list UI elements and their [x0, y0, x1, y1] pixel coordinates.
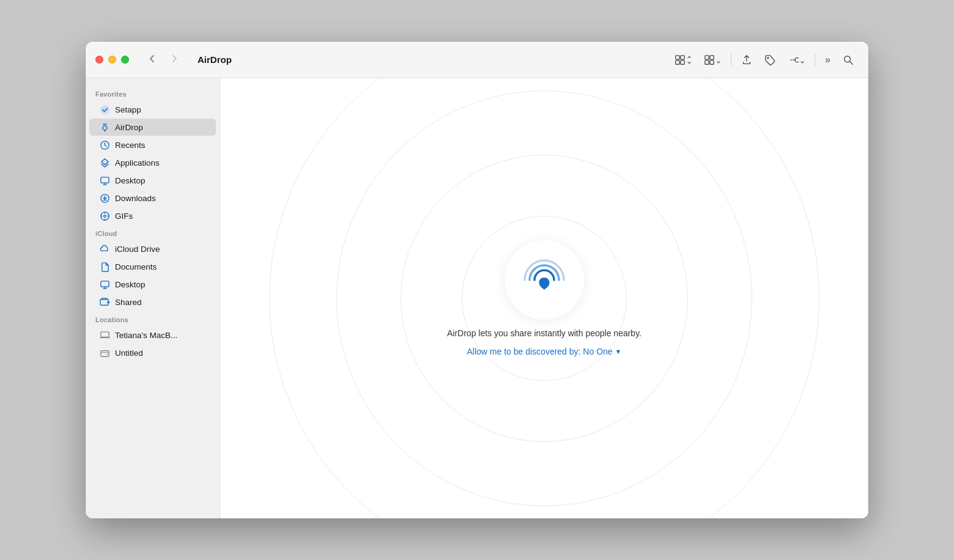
svg-rect-5	[710, 55, 714, 59]
applications-icon	[99, 157, 110, 168]
sidebar-item-gifs[interactable]: GIFs	[89, 207, 216, 224]
sidebar-item-desktop[interactable]: Desktop	[89, 172, 216, 189]
svg-point-16	[104, 130, 105, 131]
sidebar-item-desktop-icloud-label: Desktop	[115, 280, 146, 289]
toolbar-overflow-button[interactable]: »	[820, 52, 835, 68]
svg-point-15	[100, 105, 109, 114]
airdrop-center: AirDrop lets you share instantly with pe…	[447, 240, 642, 356]
sidebar-item-applications[interactable]: Applications	[89, 154, 216, 171]
sidebar-item-macbook[interactable]: Tetiana's MacB...	[89, 326, 216, 344]
traffic-lights	[95, 56, 129, 64]
sidebar: Favorites Setapp	[86, 78, 220, 518]
sidebar-item-gifs-label: GIFs	[115, 212, 133, 221]
toolbar-actions: »	[670, 51, 859, 68]
svg-point-13	[845, 56, 851, 62]
icloud-drive-icon	[99, 243, 110, 254]
sidebar-item-untitled-label: Untitled	[115, 348, 143, 358]
drive-icon	[99, 347, 110, 358]
sidebar-item-shared-label: Shared	[115, 298, 142, 307]
svg-rect-3	[681, 60, 684, 64]
airdrop-sidebar-icon	[99, 122, 110, 133]
sidebar-item-airdrop-label: AirDrop	[115, 123, 143, 132]
desktop-icloud-icon	[99, 279, 110, 290]
sidebar-item-shared[interactable]: Shared	[89, 293, 216, 311]
sidebar-item-setapp-label: Setapp	[115, 105, 141, 114]
main-content: AirDrop lets you share instantly with pe…	[220, 78, 868, 518]
svg-rect-2	[676, 60, 679, 64]
setapp-icon	[99, 104, 110, 115]
back-button[interactable]	[144, 51, 161, 68]
svg-point-9	[790, 59, 791, 60]
svg-line-14	[850, 61, 853, 64]
close-button[interactable]	[95, 56, 103, 64]
sidebar-item-documents-label: Documents	[115, 262, 157, 271]
airdrop-discover-link[interactable]: Allow me to be discovered by: No One ▼	[467, 347, 621, 356]
svg-rect-1	[681, 55, 684, 59]
desktop-icon	[99, 175, 110, 186]
sidebar-item-desktop-label: Desktop	[115, 176, 146, 185]
tag-button[interactable]	[760, 51, 780, 68]
more-button[interactable]	[783, 51, 810, 68]
maximize-button[interactable]	[121, 56, 129, 64]
minimize-button[interactable]	[108, 56, 116, 64]
gifs-icon	[99, 210, 110, 221]
documents-icon	[99, 261, 110, 272]
sidebar-item-airdrop[interactable]: AirDrop	[89, 119, 216, 136]
sidebar-item-macbook-label: Tetiana's MacB...	[115, 331, 177, 340]
svg-rect-0	[676, 55, 679, 59]
locations-section-label: Locations	[86, 311, 220, 326]
svg-rect-7	[710, 60, 714, 64]
airdrop-icon-wrapper	[505, 240, 584, 320]
sidebar-item-recents-label: Recents	[115, 141, 146, 150]
airdrop-description: AirDrop lets you share instantly with pe…	[447, 328, 642, 338]
window-title: AirDrop	[198, 54, 232, 65]
sidebar-item-recents[interactable]: Recents	[89, 136, 216, 153]
sidebar-item-setapp[interactable]: Setapp	[89, 101, 216, 118]
sidebar-item-desktop-icloud[interactable]: Desktop	[89, 276, 216, 293]
sidebar-item-icloud-drive-label: iCloud Drive	[115, 245, 160, 254]
recents-icon	[99, 139, 110, 150]
forward-button[interactable]	[166, 51, 183, 68]
svg-point-10	[793, 59, 794, 60]
content-area: Favorites Setapp	[86, 78, 868, 518]
svg-rect-24	[100, 331, 108, 337]
svg-rect-25	[100, 350, 108, 356]
svg-rect-22	[100, 281, 108, 286]
downloads-icon	[99, 193, 110, 204]
laptop-icon	[99, 330, 110, 341]
sidebar-item-icloud-drive[interactable]: iCloud Drive	[89, 240, 216, 257]
sidebar-item-downloads[interactable]: Downloads	[89, 190, 216, 207]
favorites-section-label: Favorites	[86, 86, 220, 100]
sidebar-item-untitled[interactable]: Untitled	[89, 344, 216, 361]
view-group-button[interactable]	[699, 51, 726, 68]
finder-window: AirDrop	[86, 42, 868, 518]
sidebar-item-downloads-label: Downloads	[115, 194, 156, 203]
svg-point-26	[106, 353, 108, 355]
view-grid-button[interactable]	[670, 51, 697, 68]
share-button[interactable]	[736, 51, 757, 68]
svg-rect-4	[705, 55, 709, 59]
sidebar-item-documents[interactable]: Documents	[89, 258, 216, 275]
search-button[interactable]	[838, 51, 859, 68]
airdrop-main-icon	[522, 258, 566, 302]
svg-rect-18	[100, 177, 108, 182]
shared-icon	[99, 297, 110, 308]
svg-point-8	[767, 57, 769, 58]
icloud-section-label: iCloud	[86, 225, 220, 240]
svg-point-21	[103, 215, 106, 217]
svg-rect-6	[705, 60, 709, 64]
sidebar-item-applications-label: Applications	[115, 158, 160, 168]
toolbar: AirDrop	[86, 42, 868, 78]
